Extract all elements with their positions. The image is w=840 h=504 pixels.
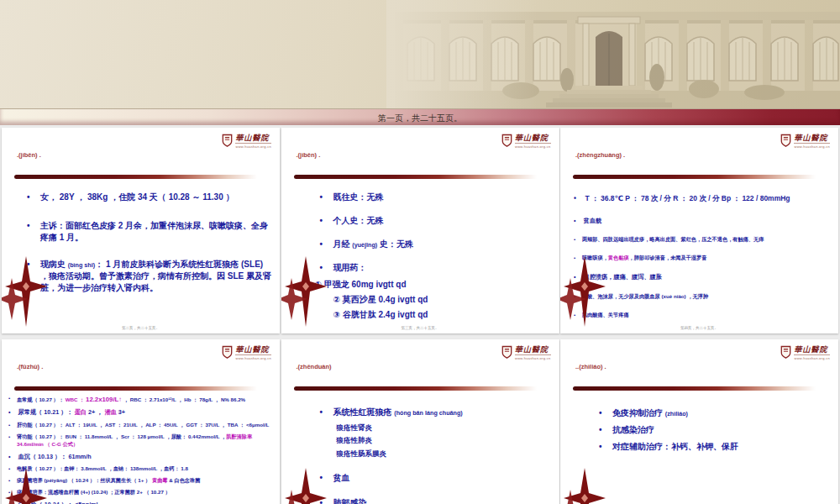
hospital-name: 華山醫院: [794, 345, 830, 354]
title-divider: [294, 175, 544, 179]
slide-jiben-2[interactable]: 華山醫院 www.huashan.org.cn .(jíběn) . •既往史：…: [281, 128, 559, 333]
slide-line: •系统性红斑狼疮 (hóng bān láng chuāng): [281, 407, 551, 418]
slide-zhiliao[interactable]: 華山醫院 www.huashan.org.cn ..(zhìliáo) . •免…: [560, 339, 838, 504]
bullet-dot: •: [320, 407, 333, 418]
slide-page-footer: 第三页，共二十五页。: [281, 326, 559, 330]
text-segment: 狼疮性肾炎: [337, 423, 373, 432]
line-text: T ： 36.8℃ P ： 78 次 / 分 R ： 20 次 / 分 Bp ：…: [585, 192, 830, 207]
text-segment: 口腔溃疡，腹痛、腹泻、腹胀: [584, 273, 662, 281]
title-divider: [14, 175, 265, 179]
text-segment: ，肺部叩诊清音，未闻及干湿罗音: [629, 255, 707, 260]
text-segment: 主诉：面部红色皮疹 2 月余，加重伴泡沫尿、咳嗽咳痰、全身疼痛 1 月。: [40, 221, 268, 242]
line-text: 既往史：无殊: [333, 192, 551, 203]
bullet-dot: •: [8, 408, 18, 417]
slide-body: •女， 28Y ， 38Kg ，住院 34 天（ 10.28 ～ 11.30 ）…: [2, 183, 271, 294]
line-text: 口腔溃疡，腹痛、腹泻、腹胀: [584, 273, 830, 281]
text-segment: ② 莫西沙星 0.4g ivgtt qd: [333, 295, 428, 304]
hospital-logo: 華山醫院 www.huashan.org.cn: [222, 345, 271, 360]
text-segment: 个人史：无殊: [333, 216, 384, 225]
hospital-crest-icon: [501, 345, 512, 359]
line-text: 女， 28Y ， 38Kg ，住院 34 天（ 10.28 ～ 11.30 ）: [40, 192, 271, 203]
text-segment: 现用药：: [333, 263, 367, 272]
text-segment: 对症辅助治疗：补钙、补钾、保肝: [612, 442, 738, 451]
slide-line: •腰酸、泡沫尿，无少尿及肉眼血尿 (xuè niào) ，无浮肿: [560, 293, 830, 301]
hospital-url: www.huashan.org.cn: [235, 143, 271, 149]
line-text: 狼疮性肾炎: [337, 423, 551, 433]
slide-line: •G 试验（ 10.24 ）： <5pg/ml: [2, 501, 271, 504]
line-text: 狼疮性肠系膜炎: [337, 449, 551, 459]
text-segment: 史：无殊: [377, 239, 413, 249]
hospital-logo-text: 華山醫院 www.huashan.org.cn: [235, 134, 271, 149]
line-text: 肾功能（ 10.27 ）： BUN ： 11.8mmol/L ， Scr ： 1…: [17, 433, 271, 449]
text-segment: G 试验（ 10.24 ）： <5pg/ml: [18, 501, 98, 504]
text-segment: 腰酸、泡沫尿，无少尿及肉眼血尿 (xuè niào) ，无浮肿: [582, 293, 708, 299]
slide-zhenduan[interactable]: 華山醫院 www.huashan.org.cn .(zhěnduàn) •系统性…: [281, 339, 559, 504]
presentation-overview: { "colors":{"accent_maroon":"#7c1111","b…: [0, 0, 840, 504]
text-segment: 女， 28Y ， 38Kg ，住院 34 天（ 10.28 ～ 11.30 ）: [40, 192, 234, 202]
text-segment: 黄曲霉: [152, 477, 168, 483]
slide-line: •肝功能（ 10.27 ）： ALT ： 19U/L ， AST ： 21U/L…: [2, 422, 271, 429]
slide-line: •肺部感染: [281, 497, 551, 504]
hospital-crest-icon: [501, 134, 512, 147]
hospital-name: 華山醫院: [235, 345, 271, 354]
text-segment: 痰细菌培养：流感嗜血杆菌 (4+) (10.24) ；正常菌群 2+ （ 10.…: [17, 489, 171, 495]
text-segment: 贫血貌: [584, 217, 602, 224]
slide-line: •女， 28Y ， 38Kg ，住院 34 天（ 10.28 ～ 11.30 ）: [2, 192, 271, 203]
line-text: 腰酸、泡沫尿，无少尿及肉眼血尿 (xuè niào) ，无浮肿: [582, 293, 830, 301]
line-text: 对症辅助治疗：补钙、补钾、保肝: [612, 441, 830, 453]
text-segment: 两颊部、四肢远端出现皮疹，略高出皮面、紫红色，压之不退色，有触痛、无痒: [582, 236, 764, 242]
bullet-dot: •: [27, 259, 40, 270]
text-segment: 潜血: [104, 408, 116, 416]
hospital-logo: 華山醫院 www.huashan.org.cn: [222, 134, 271, 149]
bullet-dot: •: [8, 465, 17, 473]
slide-title: ..(zhìliáo) .: [575, 363, 606, 370]
line-text: 狼疮性肺炎: [337, 435, 551, 445]
bullet-dot: •: [320, 239, 333, 250]
text-segment: 肌肉酸痛、关节疼痛: [582, 312, 629, 318]
text-segment: (bìng shǐ): [68, 261, 95, 269]
text-segment: 血沉（ 10.13 ）： 61mm/h: [18, 453, 92, 460]
text-segment: 黄色黏痰: [608, 255, 629, 260]
slide-title: .(zhèngzhuàng) .: [575, 151, 625, 159]
text-segment: 肾功能（ 10.27 ）： BUN ： 11.8mmol/L ， Scr ： 1…: [17, 433, 226, 439]
slide-line: •肾功能（ 10.27 ）： BUN ： 11.8mmol/L ， Scr ： …: [2, 433, 271, 449]
slide-line: •血常规（ 10.27 ）： WBC ： 12.2x109/L↑ ， RBC ：…: [2, 395, 271, 404]
text-segment: (yuèjīng): [352, 241, 377, 249]
slide-fuzhu[interactable]: 華山醫院 www.huashan.org.cn .(fǔzhù) . •血常规（…: [2, 339, 280, 504]
slide-jiben-1[interactable]: 華山醫院 www.huashan.org.cn .(jíběn) . •女， 2…: [2, 128, 280, 333]
hospital-logo: 華山醫院 www.huashan.org.cn: [780, 345, 830, 360]
bullet-dot: •: [8, 501, 18, 504]
bullet-dot: •: [8, 395, 17, 402]
bullet-dot: •: [8, 453, 18, 461]
hospital-name: 華山醫院: [515, 345, 551, 354]
slide-zhengzhuang[interactable]: 華山醫院 www.huashan.org.cn .(zhèngzhuàng) .…: [560, 128, 838, 333]
bullet-dot: •: [599, 441, 612, 453]
bullet-dot: •: [599, 424, 612, 436]
line-text: 肺部感染: [333, 497, 551, 504]
slide-line: •T ： 36.8℃ P ： 78 次 / 分 R ： 20 次 / 分 Bp …: [560, 192, 830, 207]
line-text: 血沉（ 10.13 ）： 61mm/h: [18, 453, 271, 461]
line-text: 主诉：面部红色皮疹 2 月余，加重伴泡沫尿、咳嗽咳痰、全身疼痛 1 月。: [40, 220, 271, 244]
slide-body: •T ： 36.8℃ P ： 78 次 / 分 R ： 20 次 / 分 Bp …: [560, 183, 830, 319]
text-segment: 痰真菌培养 (péiyǎng) （ 10.24 ）：丝状真菌生长（ 1+ ）: [17, 477, 152, 483]
slide-line: •月经 (yuèjīng) 史：无殊: [281, 239, 551, 250]
line-text: 血常规（ 10.27 ）： WBC ： 12.2x109/L↑ ， RBC ： …: [17, 395, 271, 404]
text-segment: 肝功能（ 10.27 ）： ALT ： 19U/L ， AST ： 21U/L …: [17, 422, 269, 428]
cover-slide[interactable]: 第一页，共二十五页。: [0, 0, 840, 125]
slide-line: •痰细菌培养：流感嗜血杆菌 (4+) (10.24) ；正常菌群 2+ （ 10…: [2, 489, 271, 496]
slide-line: •主诉：面部红色皮疹 2 月余，加重伴泡沫尿、咳嗽咳痰、全身疼痛 1 月。: [2, 220, 271, 244]
line-text: 痰真菌培养 (péiyǎng) （ 10.24 ）：丝状真菌生长（ 1+ ） 黄…: [17, 477, 271, 485]
text-segment: 2+ ，: [87, 408, 104, 416]
bullet-dot: •: [574, 217, 584, 225]
hospital-logo-text: 華山醫院 www.huashan.org.cn: [515, 345, 551, 360]
hospital-url: www.huashan.org.cn: [515, 143, 551, 149]
hospital-url: www.huashan.org.cn: [794, 143, 830, 149]
line-text: ① 甲强龙 60mg ivgtt qd: [315, 279, 551, 291]
hospital-name: 華山醫院: [515, 134, 551, 142]
hospital-name: 華山醫院: [235, 134, 271, 142]
bullet-dot: •: [574, 293, 582, 301]
text-segment: 尿常规（ 10.21 ）：: [18, 408, 75, 416]
slide-line: •个人史：无殊: [281, 215, 551, 227]
title-divider: [573, 386, 823, 391]
slide-line: •贫血貌: [560, 217, 830, 225]
